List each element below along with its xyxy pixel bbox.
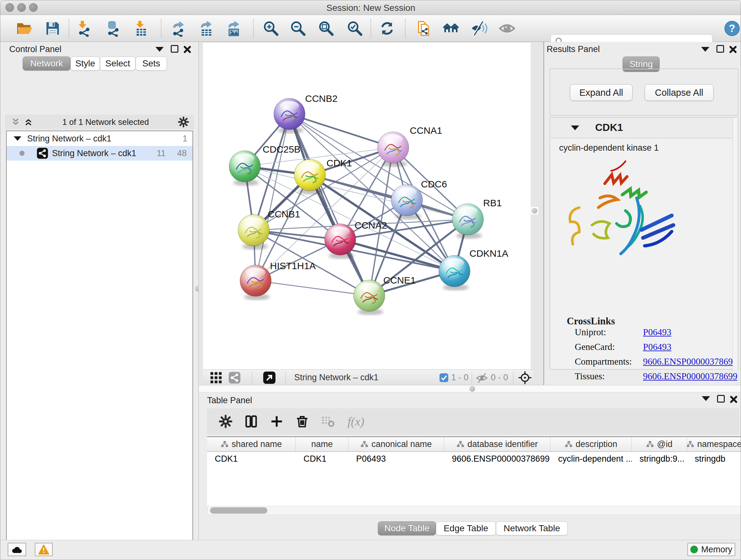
table-cell[interactable]: stringdb:9... bbox=[632, 454, 687, 464]
warnings-button[interactable] bbox=[35, 543, 53, 556]
panel-menu-button[interactable] bbox=[155, 47, 165, 57]
hide-selected-button[interactable] bbox=[470, 19, 488, 37]
panel-float-button[interactable] bbox=[717, 45, 726, 55]
network-collection-row[interactable]: String Network – cdk1 1 bbox=[7, 131, 192, 146]
panel-close-button[interactable] bbox=[729, 45, 738, 55]
hidden-eye-icon[interactable] bbox=[475, 373, 488, 383]
network-node-cdkn1a[interactable] bbox=[439, 255, 470, 291]
column-header-canonical-name[interactable]: canonical name bbox=[348, 437, 444, 451]
network-node-ccna2[interactable] bbox=[325, 224, 356, 259]
network-canvas[interactable]: CCNB2CCNA1CDC25BCDK1CDC6RB1CCNB1CCNA2CDK… bbox=[203, 43, 531, 369]
column-header-database-identifier[interactable]: database identifier bbox=[444, 437, 550, 451]
network-graph[interactable]: CCNB2CCNA1CDC25BCDK1CDC6RB1CCNB1CCNA2CDK… bbox=[203, 43, 531, 369]
delete-table-icon[interactable] bbox=[321, 415, 335, 428]
expand-all-icon[interactable] bbox=[23, 117, 33, 127]
column-header-namespace[interactable]: namespace bbox=[687, 437, 741, 451]
tab-select[interactable]: Select bbox=[100, 57, 136, 71]
gear-icon[interactable] bbox=[219, 415, 232, 428]
table-cell[interactable]: CDK1 bbox=[296, 454, 348, 464]
cloud-status-button[interactable] bbox=[8, 543, 26, 556]
panel-close-button[interactable] bbox=[729, 395, 739, 405]
tab-network-table[interactable]: Network Table bbox=[496, 521, 568, 536]
network-node-ccna1[interactable] bbox=[378, 132, 409, 167]
share-badge-gray-icon[interactable] bbox=[228, 372, 241, 384]
table-cell[interactable]: P06493 bbox=[348, 454, 444, 464]
crosslink-link[interactable]: 9606.ENSP00000378699 bbox=[643, 356, 738, 367]
home-button[interactable] bbox=[442, 19, 460, 37]
zoom-selected-button[interactable] bbox=[346, 19, 364, 37]
open-session-button[interactable] bbox=[15, 19, 33, 37]
collapse-all-icon[interactable] bbox=[10, 117, 21, 127]
panel-close-button[interactable] bbox=[183, 45, 192, 55]
import-network-file-button[interactable] bbox=[75, 19, 93, 37]
node-table[interactable]: shared namenamecanonical namedatabase id… bbox=[207, 436, 741, 506]
table-cell[interactable]: cyclin-dependent ... bbox=[550, 454, 632, 464]
network-node-ccnb2[interactable] bbox=[274, 98, 305, 133]
help-button[interactable]: ? bbox=[723, 19, 741, 37]
columns-icon[interactable] bbox=[244, 415, 258, 428]
collapse-section-icon[interactable] bbox=[571, 125, 579, 130]
open-in-new-icon[interactable] bbox=[263, 371, 276, 384]
crosslink-link[interactable]: P06493 bbox=[643, 341, 671, 352]
share-document-button[interactable] bbox=[416, 19, 434, 37]
zoom-fit-button[interactable] bbox=[317, 19, 335, 37]
table-cell[interactable]: stringdb bbox=[687, 454, 741, 464]
tab-sets[interactable]: Sets bbox=[136, 57, 167, 71]
horizontal-scrollbar[interactable] bbox=[207, 506, 741, 515]
network-row-selected[interactable]: String Network – cdk1 11 48 bbox=[7, 146, 192, 161]
import-network-database-button[interactable] bbox=[104, 19, 122, 37]
splitter-knob[interactable] bbox=[469, 386, 475, 392]
memory-button[interactable]: Memory bbox=[687, 543, 735, 556]
table-cell[interactable]: 9606.ENSP00000378699 bbox=[444, 454, 550, 464]
grid-icon[interactable] bbox=[210, 372, 222, 384]
save-session-button[interactable] bbox=[44, 19, 62, 37]
column-header-shared-name[interactable]: shared name bbox=[207, 437, 296, 451]
splitter-handle[interactable] bbox=[530, 206, 539, 215]
trash-icon[interactable] bbox=[295, 415, 309, 428]
panel-menu-button[interactable] bbox=[701, 47, 711, 57]
network-edge[interactable] bbox=[289, 114, 393, 147]
network-node-cdc6[interactable] bbox=[391, 185, 422, 220]
table-cell[interactable]: CDK1 bbox=[207, 454, 296, 464]
tree-expand-icon[interactable] bbox=[14, 136, 21, 141]
add-icon[interactable] bbox=[270, 415, 284, 428]
tab-edge-table[interactable]: Edge Table bbox=[436, 521, 496, 536]
gene-section-header[interactable]: CDK1 bbox=[550, 118, 733, 138]
network-node-hist1h1a[interactable] bbox=[240, 265, 271, 300]
crosslink-link[interactable]: 9606.ENSP00000378699 bbox=[643, 371, 738, 381]
network-node-ccne1[interactable] bbox=[354, 280, 385, 315]
column-header-name[interactable]: name bbox=[296, 437, 348, 451]
network-node-rb1[interactable] bbox=[452, 204, 483, 239]
table-row[interactable]: CDK1CDK1P064939606.ENSP00000378699cyclin… bbox=[207, 452, 741, 466]
import-table-button[interactable] bbox=[132, 19, 150, 37]
horizontal-splitter[interactable] bbox=[199, 385, 741, 392]
collapse-all-button[interactable]: Collapse All bbox=[645, 84, 714, 101]
tab-network[interactable]: Network bbox=[23, 57, 71, 71]
tab-style[interactable]: Style bbox=[71, 57, 100, 71]
crosslink-link[interactable]: P06493 bbox=[643, 327, 671, 337]
zoom-out-button[interactable] bbox=[289, 19, 307, 37]
vertical-scrollbar[interactable] bbox=[733, 118, 738, 369]
export-table-button[interactable] bbox=[198, 19, 215, 37]
refresh-button[interactable] bbox=[378, 19, 396, 37]
network-node-cdc25b[interactable] bbox=[229, 151, 260, 186]
function-builder-icon[interactable]: f(x) bbox=[347, 415, 364, 428]
network-node-cdk1[interactable] bbox=[294, 159, 326, 194]
panel-float-button[interactable] bbox=[171, 45, 180, 55]
column-header--id[interactable]: @id bbox=[632, 437, 687, 451]
export-network-button[interactable] bbox=[170, 19, 188, 37]
birdseye-crosshair-icon[interactable] bbox=[518, 370, 532, 385]
tab-node-table[interactable]: Node Table bbox=[378, 521, 436, 536]
column-header-description[interactable]: description bbox=[550, 437, 632, 451]
panel-menu-button[interactable] bbox=[702, 396, 711, 406]
zoom-in-button[interactable] bbox=[262, 19, 280, 37]
expand-all-button[interactable]: Expand All bbox=[570, 84, 632, 101]
network-edge[interactable] bbox=[256, 281, 369, 296]
show-all-button[interactable] bbox=[498, 19, 516, 37]
gear-icon[interactable] bbox=[178, 116, 189, 128]
scrollbar-thumb[interactable] bbox=[210, 507, 267, 514]
export-image-button[interactable] bbox=[225, 19, 243, 37]
selected-checkbox-icon[interactable] bbox=[439, 373, 449, 382]
network-node-ccnb1[interactable] bbox=[238, 214, 269, 250]
panel-float-button[interactable] bbox=[717, 395, 727, 405]
